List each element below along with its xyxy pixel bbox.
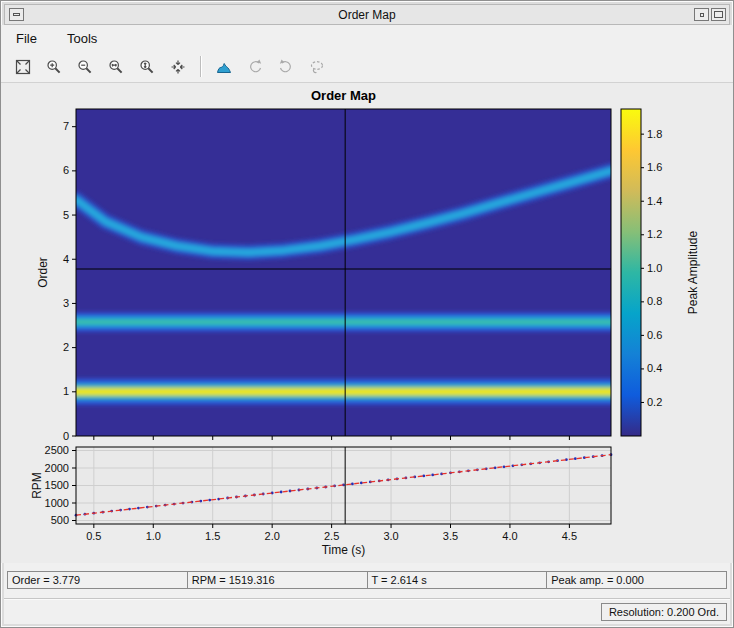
window-menu-icon [13, 13, 20, 16]
zoom-in-icon [45, 58, 63, 76]
rotate-ccw-button[interactable] [241, 53, 268, 80]
svg-text:1.4: 1.4 [647, 195, 662, 207]
window-title: Order Map [5, 8, 729, 22]
window-menu-button[interactable] [9, 8, 24, 21]
svg-text:0.5: 0.5 [86, 530, 101, 542]
svg-text:4.0: 4.0 [502, 530, 517, 542]
svg-text:0.6: 0.6 [647, 329, 662, 341]
svg-text:1: 1 [63, 385, 69, 397]
colorbar [621, 109, 641, 436]
colormap-button[interactable] [210, 53, 237, 80]
svg-text:1.0: 1.0 [647, 262, 662, 274]
svg-text:2: 2 [63, 341, 69, 353]
rotate-ccw-icon [246, 58, 264, 76]
svg-text:5: 5 [63, 209, 69, 221]
maximize-button[interactable] [711, 8, 726, 21]
fit-view-icon [14, 58, 32, 76]
lasso-button[interactable] [303, 53, 330, 80]
svg-text:0.2: 0.2 [647, 396, 662, 408]
figure-area: Order Map01234567Order0.20.40.60.81.01.2… [1, 83, 733, 563]
svg-text:1.6: 1.6 [647, 161, 662, 173]
svg-text:2.0: 2.0 [265, 530, 280, 542]
svg-text:1.2: 1.2 [647, 228, 662, 240]
toolbar [1, 51, 733, 83]
order-map-window: Order Map File Tools [0, 0, 734, 628]
titlebar[interactable]: Order Map [4, 4, 730, 25]
zoom-out-icon [76, 58, 94, 76]
minimize-button[interactable] [694, 8, 709, 21]
time-axis-label: Time (s) [322, 543, 366, 557]
menu-file[interactable]: File [14, 29, 39, 48]
reset-view-icon [169, 58, 187, 76]
status-peak-amp: Peak amp. = 0.000 [546, 571, 727, 589]
toolbar-separator [200, 56, 201, 77]
zoom-y-icon [138, 58, 156, 76]
resolution-readout: Resolution: 0.200 Ord. [601, 603, 727, 621]
svg-text:1500: 1500 [45, 479, 69, 491]
svg-text:0.4: 0.4 [647, 362, 662, 374]
zoom-x-button[interactable] [102, 53, 129, 80]
bottom-divider [4, 598, 730, 600]
svg-text:7: 7 [63, 120, 69, 132]
svg-text:3.0: 3.0 [383, 530, 398, 542]
reset-view-button[interactable] [164, 53, 191, 80]
zoom-out-button[interactable] [71, 53, 98, 80]
zoom-in-button[interactable] [40, 53, 67, 80]
svg-text:2000: 2000 [45, 462, 69, 474]
svg-text:4: 4 [63, 253, 69, 265]
lasso-icon [308, 58, 326, 76]
plot-title: Order Map [311, 88, 376, 103]
zoom-x-icon [107, 58, 125, 76]
svg-text:2.5: 2.5 [324, 530, 339, 542]
svg-text:500: 500 [51, 514, 69, 526]
status-rpm: RPM = 1519.316 [187, 571, 368, 589]
status-order: Order = 3.779 [7, 571, 188, 589]
order-axis-label: Order [36, 257, 50, 288]
minimize-icon [700, 13, 704, 17]
rotate-cw-button[interactable] [272, 53, 299, 80]
fit-view-button[interactable] [9, 53, 36, 80]
window-controls [694, 8, 726, 21]
svg-text:0: 0 [63, 430, 69, 442]
rpm-axis-label: RPM [30, 472, 44, 499]
svg-text:3: 3 [63, 297, 69, 309]
svg-text:0.8: 0.8 [647, 295, 662, 307]
svg-text:3.5: 3.5 [443, 530, 458, 542]
svg-text:1.0: 1.0 [146, 530, 161, 542]
status-bar: Order = 3.779 RPM = 1519.316 T = 2.614 s… [7, 571, 727, 589]
colormap-icon [215, 58, 233, 76]
menu-tools[interactable]: Tools [65, 29, 99, 48]
svg-text:1.8: 1.8 [647, 128, 662, 140]
zoom-y-button[interactable] [133, 53, 160, 80]
plots-canvas[interactable]: Order Map01234567Order0.20.40.60.81.01.2… [1, 83, 734, 563]
maximize-icon [714, 11, 723, 18]
svg-text:2500: 2500 [45, 444, 69, 456]
menu-bar: File Tools [1, 25, 733, 51]
rotate-cw-icon [277, 58, 295, 76]
colorbar-label: Peak Amplitude [686, 230, 700, 314]
svg-text:6: 6 [63, 164, 69, 176]
svg-text:1000: 1000 [45, 497, 69, 509]
svg-text:4.5: 4.5 [562, 530, 577, 542]
svg-text:1.5: 1.5 [205, 530, 220, 542]
status-time: T = 2.614 s [367, 571, 548, 589]
